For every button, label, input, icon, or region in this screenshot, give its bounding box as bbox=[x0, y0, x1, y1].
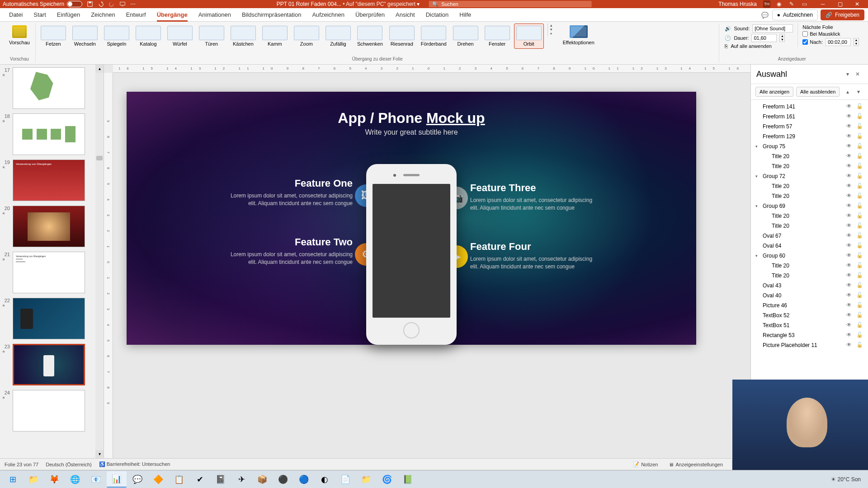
lock-icon[interactable]: 🔓 bbox=[856, 262, 863, 269]
slide-counter[interactable]: Folie 23 von 77 bbox=[5, 462, 38, 467]
firefox-icon[interactable]: 🦊 bbox=[44, 471, 64, 488]
lock-icon[interactable]: 🔓 bbox=[856, 153, 863, 160]
after-checkbox[interactable]: Nach: bbox=[802, 39, 823, 45]
visibility-icon[interactable]: 👁 bbox=[846, 322, 854, 329]
lock-icon[interactable]: 🔓 bbox=[856, 133, 863, 140]
slide-thumbnail-20[interactable] bbox=[13, 206, 85, 247]
slide-subtitle[interactable]: Write your great subtitle here bbox=[154, 128, 669, 136]
lock-icon[interactable]: 🔓 bbox=[856, 192, 863, 200]
slide-thumbnail-23[interactable] bbox=[13, 344, 85, 385]
visibility-icon[interactable]: 👁 bbox=[846, 113, 854, 120]
transition-schwenken[interactable]: Schwenken bbox=[355, 23, 385, 49]
telegram-icon[interactable]: ✈ bbox=[231, 471, 251, 488]
lock-icon[interactable]: 🔓 bbox=[856, 242, 863, 249]
app5-icon[interactable]: ◐ bbox=[315, 471, 335, 488]
slide[interactable]: App / Phone Mock up Write your great sub… bbox=[127, 92, 696, 345]
tab-dictation[interactable]: Dictation bbox=[420, 8, 454, 22]
chrome-icon[interactable]: 🌐 bbox=[65, 471, 85, 488]
lock-icon[interactable]: 🔓 bbox=[856, 212, 863, 220]
apply-all-button[interactable]: ⎘ Auf alle anwenden bbox=[725, 43, 793, 49]
visibility-icon[interactable]: 👁 bbox=[846, 292, 854, 299]
language-indicator[interactable]: Deutsch (Österreich) bbox=[46, 462, 91, 467]
vlc-icon[interactable]: 🔶 bbox=[148, 471, 168, 488]
after-spinner[interactable]: ▲▼ bbox=[854, 38, 859, 46]
accessibility-checker[interactable]: ♿ Barrierefreiheit: Untersuchen bbox=[99, 461, 170, 467]
maximize-button[interactable]: ▢ bbox=[832, 0, 848, 8]
scroll-down-button[interactable]: ▾ bbox=[95, 450, 104, 458]
transition-katalog[interactable]: Katalog bbox=[133, 23, 163, 49]
show-all-button[interactable]: Alle anzeigen bbox=[755, 87, 793, 97]
selection-item[interactable]: Picture Placeholder 11👁🔓 bbox=[751, 340, 868, 350]
username[interactable]: Thomas Hruska bbox=[718, 1, 757, 7]
ink-icon[interactable]: ✎ bbox=[789, 1, 796, 7]
transition-fetzen[interactable]: Fetzen bbox=[38, 23, 68, 49]
app2-icon[interactable]: 📋 bbox=[169, 471, 189, 488]
word-icon[interactable]: 📄 bbox=[335, 471, 355, 488]
selection-item[interactable]: Freeform 57👁🔓 bbox=[751, 122, 868, 131]
lock-icon[interactable]: 🔓 bbox=[856, 163, 863, 170]
selection-item[interactable]: Oval 40👁🔓 bbox=[751, 291, 868, 300]
slide-thumbnail-19[interactable]: Verwendung von Übergängen bbox=[13, 160, 85, 201]
start-button[interactable]: ⊞ bbox=[3, 471, 23, 488]
lock-icon[interactable]: 🔓 bbox=[856, 322, 863, 329]
lock-icon[interactable]: 🔓 bbox=[856, 183, 863, 190]
selection-item[interactable]: Rectangle 53👁🔓 bbox=[751, 330, 868, 340]
lock-icon[interactable]: 🔓 bbox=[856, 252, 863, 259]
share-button[interactable]: 🔗 Freigeben bbox=[821, 9, 864, 20]
transition-wechseln[interactable]: Wechseln bbox=[70, 23, 100, 49]
edge-icon[interactable]: 🌀 bbox=[377, 471, 397, 488]
visibility-icon[interactable]: 👁 bbox=[846, 272, 854, 279]
app-icon[interactable]: 💬 bbox=[127, 471, 147, 488]
transition-drehen[interactable]: Drehen bbox=[451, 23, 481, 49]
display-settings-button[interactable]: 🖥 Anzeigeeinstellungen bbox=[667, 462, 725, 467]
selection-item[interactable]: Oval 43👁🔓 bbox=[751, 281, 868, 291]
app3-icon[interactable]: 📦 bbox=[252, 471, 272, 488]
slide-thumbnail-24[interactable] bbox=[13, 390, 85, 432]
tab-ansicht[interactable]: Ansicht bbox=[390, 8, 420, 22]
app4-icon[interactable]: 🔵 bbox=[294, 471, 314, 488]
onenote-icon[interactable]: 📓 bbox=[211, 471, 231, 488]
selection-item[interactable]: ▾Group 60👁🔓 bbox=[751, 251, 868, 261]
tab-überprüfen[interactable]: Überprüfen bbox=[350, 8, 390, 22]
pane-close-button[interactable]: ✕ bbox=[853, 69, 863, 79]
lock-icon[interactable]: 🔓 bbox=[856, 222, 863, 230]
selection-item[interactable]: Oval 64👁🔓 bbox=[751, 241, 868, 251]
transition-kästchen[interactable]: Kästchen bbox=[228, 23, 258, 49]
selection-item[interactable]: Title 20👁🔓 bbox=[751, 151, 868, 161]
visibility-icon[interactable]: 👁 bbox=[846, 332, 854, 339]
minimize-button[interactable]: ─ bbox=[815, 0, 831, 8]
lock-icon[interactable]: 🔓 bbox=[856, 173, 863, 180]
powerpoint-icon[interactable]: 📊 bbox=[107, 471, 127, 488]
feature-four[interactable]: Feature FourLorem ipsum dolor sit amet, … bbox=[470, 241, 597, 271]
tab-entwurf[interactable]: Entwurf bbox=[121, 8, 151, 22]
present-icon[interactable] bbox=[119, 1, 126, 7]
lock-icon[interactable]: 🔓 bbox=[856, 282, 863, 289]
visibility-icon[interactable]: 👁 bbox=[846, 143, 854, 150]
duration-spinner[interactable]: ▲▼ bbox=[779, 34, 785, 42]
close-button[interactable]: ✕ bbox=[849, 0, 865, 8]
slide-thumbnail-21[interactable]: Verwendung von Übergängen━━━━━━━━━━━━ bbox=[13, 252, 85, 293]
autosave-toggle[interactable]: Automatisches Speichern bbox=[3, 1, 82, 7]
notes-button[interactable]: 📝 Notizen bbox=[631, 461, 660, 467]
selection-item[interactable]: Title 20👁🔓 bbox=[751, 211, 868, 221]
transition-riesenrad[interactable]: Riesenrad bbox=[387, 23, 417, 49]
selection-item[interactable]: Freeform 129👁🔓 bbox=[751, 131, 868, 141]
transition-fenster[interactable]: Fenster bbox=[482, 23, 512, 49]
move-down-button[interactable]: ▾ bbox=[854, 87, 863, 97]
undo-icon[interactable] bbox=[98, 1, 104, 7]
preview-button[interactable]: Vorschau bbox=[6, 23, 33, 47]
tab-hilfe[interactable]: Hilfe bbox=[454, 8, 476, 22]
visibility-icon[interactable]: 👁 bbox=[846, 123, 854, 130]
gallery-more-button[interactable]: ▾ bbox=[548, 32, 555, 36]
document-title[interactable]: PPT 01 Roter Faden 004... • Auf "diesem … bbox=[277, 1, 420, 7]
save-icon[interactable] bbox=[87, 1, 93, 7]
transition-zufällig[interactable]: Zufällig bbox=[323, 23, 353, 49]
lock-icon[interactable]: 🔓 bbox=[856, 113, 863, 120]
tab-zeichnen[interactable]: Zeichnen bbox=[85, 8, 120, 22]
visibility-icon[interactable]: 👁 bbox=[846, 173, 854, 180]
tab-start[interactable]: Start bbox=[28, 8, 51, 22]
scroll-up-button[interactable]: ▴ bbox=[95, 65, 104, 73]
visibility-icon[interactable]: 👁 bbox=[846, 302, 854, 309]
lock-icon[interactable]: 🔓 bbox=[856, 143, 863, 150]
move-up-button[interactable]: ▴ bbox=[843, 87, 853, 97]
